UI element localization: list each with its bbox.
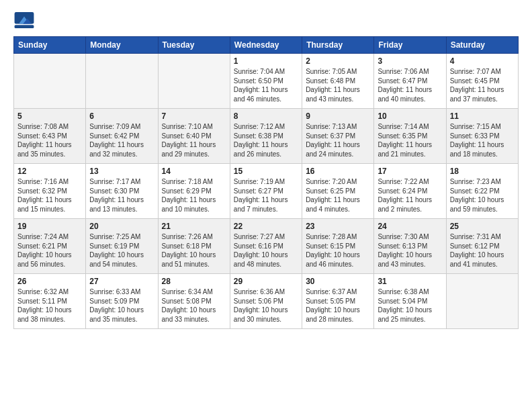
calendar-cell: 2Sunrise: 7:05 AM Sunset: 6:48 PM Daylig… [302,54,374,109]
weekday-header-monday: Monday [86,37,158,54]
calendar-cell: 6Sunrise: 7:09 AM Sunset: 6:42 PM Daylig… [86,109,158,164]
calendar-cell: 28Sunrise: 6:34 AM Sunset: 5:08 PM Dayli… [158,274,230,329]
calendar-cell: 15Sunrise: 7:19 AM Sunset: 6:27 PM Dayli… [230,164,302,219]
day-info: Sunrise: 7:09 AM Sunset: 6:42 PM Dayligh… [89,122,154,158]
day-info: Sunrise: 6:32 AM Sunset: 5:11 PM Dayligh… [17,287,82,324]
page: SundayMondayTuesdayWednesdayThursdayFrid… [0,0,532,336]
day-number: 11 [450,111,515,121]
svg-rect-3 [15,25,34,28]
day-number: 18 [450,167,515,176]
logo-icon [13,11,35,30]
week-row-4: 19Sunrise: 7:24 AM Sunset: 6:21 PM Dayli… [14,219,519,274]
day-info: Sunrise: 7:10 AM Sunset: 6:40 PM Dayligh… [162,122,226,158]
calendar-cell: 23Sunrise: 7:28 AM Sunset: 6:15 PM Dayli… [302,219,374,274]
header [13,11,519,30]
calendar-cell [86,54,158,109]
calendar-cell: 5Sunrise: 7:08 AM Sunset: 6:43 PM Daylig… [14,109,86,164]
day-number: 13 [89,167,154,176]
day-number: 20 [89,222,154,231]
day-number: 17 [378,167,442,176]
weekday-header-tuesday: Tuesday [158,37,230,54]
calendar-cell: 11Sunrise: 7:15 AM Sunset: 6:33 PM Dayli… [446,109,518,164]
day-info: Sunrise: 7:12 AM Sunset: 6:38 PM Dayligh… [234,122,298,158]
day-info: Sunrise: 7:20 AM Sunset: 6:25 PM Dayligh… [306,177,370,214]
week-row-3: 12Sunrise: 7:16 AM Sunset: 6:32 PM Dayli… [14,164,519,219]
calendar-cell: 29Sunrise: 6:36 AM Sunset: 5:06 PM Dayli… [230,274,302,329]
day-number: 29 [234,277,298,286]
calendar-cell: 25Sunrise: 7:31 AM Sunset: 6:12 PM Dayli… [446,219,518,274]
day-info: Sunrise: 6:38 AM Sunset: 5:04 PM Dayligh… [378,287,442,324]
day-info: Sunrise: 7:06 AM Sunset: 6:47 PM Dayligh… [378,67,442,103]
day-number: 3 [378,56,442,66]
calendar-cell: 20Sunrise: 7:25 AM Sunset: 6:19 PM Dayli… [86,219,158,274]
day-info: Sunrise: 6:34 AM Sunset: 5:08 PM Dayligh… [162,287,226,324]
day-number: 26 [17,277,82,286]
calendar-cell: 27Sunrise: 6:33 AM Sunset: 5:09 PM Dayli… [86,274,158,329]
calendar-cell: 18Sunrise: 7:23 AM Sunset: 6:22 PM Dayli… [446,164,518,219]
day-info: Sunrise: 7:22 AM Sunset: 6:24 PM Dayligh… [378,177,442,214]
day-info: Sunrise: 7:23 AM Sunset: 6:22 PM Dayligh… [450,177,515,214]
calendar-cell [446,274,518,329]
calendar-cell: 31Sunrise: 6:38 AM Sunset: 5:04 PM Dayli… [374,274,446,329]
weekday-header-thursday: Thursday [302,37,374,54]
day-info: Sunrise: 7:26 AM Sunset: 6:18 PM Dayligh… [162,232,226,269]
day-info: Sunrise: 7:27 AM Sunset: 6:16 PM Dayligh… [234,232,298,269]
day-info: Sunrise: 7:04 AM Sunset: 6:50 PM Dayligh… [234,67,298,103]
day-number: 24 [378,222,442,231]
day-number: 28 [162,277,226,286]
calendar-cell: 24Sunrise: 7:30 AM Sunset: 6:13 PM Dayli… [374,219,446,274]
day-number: 12 [17,167,82,176]
day-info: Sunrise: 7:14 AM Sunset: 6:35 PM Dayligh… [378,122,442,158]
weekday-header-wednesday: Wednesday [230,37,302,54]
day-info: Sunrise: 7:19 AM Sunset: 6:27 PM Dayligh… [234,177,298,214]
logo [13,11,36,30]
week-row-1: 1Sunrise: 7:04 AM Sunset: 6:50 PM Daylig… [14,54,519,109]
day-number: 10 [378,111,442,121]
day-info: Sunrise: 7:08 AM Sunset: 6:43 PM Dayligh… [17,122,82,158]
day-info: Sunrise: 7:25 AM Sunset: 6:19 PM Dayligh… [89,232,154,269]
calendar-cell: 7Sunrise: 7:10 AM Sunset: 6:40 PM Daylig… [158,109,230,164]
day-number: 15 [234,167,298,176]
weekday-header-sunday: Sunday [14,37,86,54]
day-number: 30 [306,277,370,286]
week-row-5: 26Sunrise: 6:32 AM Sunset: 5:11 PM Dayli… [14,274,519,329]
calendar-cell: 26Sunrise: 6:32 AM Sunset: 5:11 PM Dayli… [14,274,86,329]
calendar-cell [14,54,86,109]
day-number: 31 [378,277,442,286]
day-number: 2 [306,56,370,66]
calendar-cell: 17Sunrise: 7:22 AM Sunset: 6:24 PM Dayli… [374,164,446,219]
day-info: Sunrise: 7:07 AM Sunset: 6:45 PM Dayligh… [450,67,515,103]
day-info: Sunrise: 7:16 AM Sunset: 6:32 PM Dayligh… [17,177,82,214]
calendar-cell: 16Sunrise: 7:20 AM Sunset: 6:25 PM Dayli… [302,164,374,219]
day-info: Sunrise: 7:24 AM Sunset: 6:21 PM Dayligh… [17,232,82,269]
day-number: 8 [234,111,298,121]
calendar-cell: 4Sunrise: 7:07 AM Sunset: 6:45 PM Daylig… [446,54,518,109]
day-info: Sunrise: 6:33 AM Sunset: 5:09 PM Dayligh… [89,287,154,324]
day-info: Sunrise: 7:18 AM Sunset: 6:29 PM Dayligh… [162,177,226,214]
day-info: Sunrise: 7:15 AM Sunset: 6:33 PM Dayligh… [450,122,515,158]
calendar-cell: 12Sunrise: 7:16 AM Sunset: 6:32 PM Dayli… [14,164,86,219]
calendar-cell: 3Sunrise: 7:06 AM Sunset: 6:47 PM Daylig… [374,54,446,109]
day-number: 6 [89,111,154,121]
calendar-cell: 22Sunrise: 7:27 AM Sunset: 6:16 PM Dayli… [230,219,302,274]
day-number: 1 [234,56,298,66]
weekday-header-row: SundayMondayTuesdayWednesdayThursdayFrid… [14,37,519,54]
calendar-cell: 13Sunrise: 7:17 AM Sunset: 6:30 PM Dayli… [86,164,158,219]
day-number: 7 [162,111,226,121]
calendar-cell: 21Sunrise: 7:26 AM Sunset: 6:18 PM Dayli… [158,219,230,274]
calendar-table: SundayMondayTuesdayWednesdayThursdayFrid… [13,36,519,329]
day-number: 14 [162,167,226,176]
calendar-cell: 9Sunrise: 7:13 AM Sunset: 6:37 PM Daylig… [302,109,374,164]
day-info: Sunrise: 7:17 AM Sunset: 6:30 PM Dayligh… [89,177,154,214]
day-info: Sunrise: 7:13 AM Sunset: 6:37 PM Dayligh… [306,122,370,158]
day-info: Sunrise: 6:37 AM Sunset: 5:05 PM Dayligh… [306,287,370,324]
day-number: 22 [234,222,298,231]
calendar-cell: 19Sunrise: 7:24 AM Sunset: 6:21 PM Dayli… [14,219,86,274]
day-info: Sunrise: 7:28 AM Sunset: 6:15 PM Dayligh… [306,232,370,269]
week-row-2: 5Sunrise: 7:08 AM Sunset: 6:43 PM Daylig… [14,109,519,164]
day-number: 16 [306,167,370,176]
day-number: 9 [306,111,370,121]
day-number: 5 [17,111,82,121]
calendar-cell: 14Sunrise: 7:18 AM Sunset: 6:29 PM Dayli… [158,164,230,219]
day-info: Sunrise: 6:36 AM Sunset: 5:06 PM Dayligh… [234,287,298,324]
